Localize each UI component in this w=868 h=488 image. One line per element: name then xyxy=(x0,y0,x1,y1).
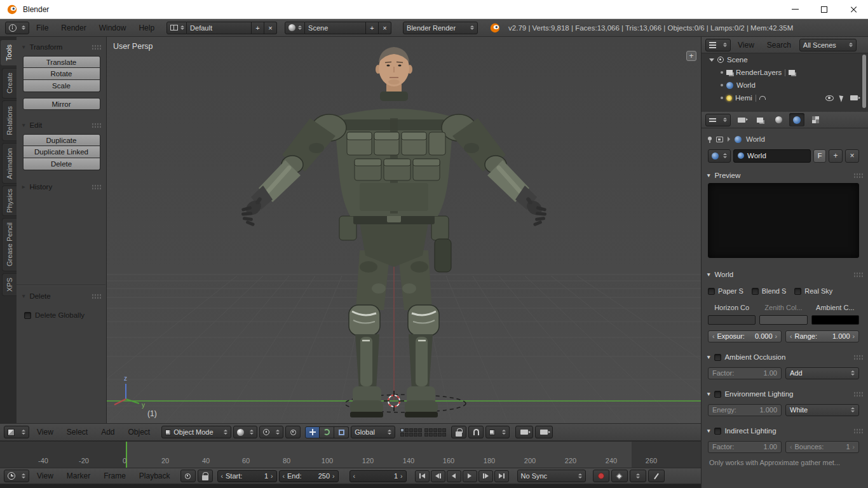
tab-relations[interactable]: Relations xyxy=(2,100,17,141)
tab-render[interactable] xyxy=(734,113,749,126)
current-frame-field[interactable]: ‹ 1 › xyxy=(349,470,407,482)
panel-drag-grip[interactable] xyxy=(853,428,864,434)
outliner-scope-dropdown[interactable]: All Scenes xyxy=(799,39,857,51)
viewport-3d-scene[interactable]: z y xyxy=(107,37,701,423)
menu-search[interactable]: Search xyxy=(761,41,797,50)
scene-name[interactable]: Scene xyxy=(305,22,366,34)
screen-layout-delete-button[interactable]: × xyxy=(264,22,277,34)
play-button[interactable] xyxy=(463,470,477,482)
tab-create[interactable]: Create xyxy=(2,68,17,98)
menu-render[interactable]: Render xyxy=(55,24,92,32)
ambient-color-swatch[interactable] xyxy=(811,315,859,325)
restrict-render-icon[interactable] xyxy=(850,95,858,100)
outliner-row-scene[interactable]: Scene xyxy=(702,53,868,66)
viewport-3d[interactable]: z y User Persp (1) + xyxy=(107,37,701,423)
pivot-point-dropdown[interactable] xyxy=(259,426,283,438)
restrict-select-icon[interactable] xyxy=(839,94,844,102)
panel-drag-grip[interactable] xyxy=(853,355,864,360)
panel-header-ambient-occlusion[interactable]: ▼ Ambient Occlusion xyxy=(702,351,868,363)
render-engine-dropdown[interactable]: Blender Render xyxy=(403,22,478,34)
tab-tools[interactable]: Tools xyxy=(0,39,17,66)
minimize-button[interactable] xyxy=(780,0,810,19)
panel-drag-grip[interactable] xyxy=(853,391,864,397)
unlink-datablock-button[interactable]: × xyxy=(845,149,859,163)
delete-globally-checkbox[interactable] xyxy=(24,312,31,319)
tab-render-layers[interactable] xyxy=(752,113,768,126)
insert-keyframe-button[interactable] xyxy=(648,470,665,482)
tab-physics[interactable]: Physics xyxy=(2,186,17,216)
duplicate-button[interactable]: Duplicate xyxy=(23,134,100,146)
editor-type-selector[interactable] xyxy=(705,39,731,51)
menu-view[interactable]: View xyxy=(732,41,760,50)
render-opengl-button[interactable] xyxy=(515,426,533,438)
world-name-field[interactable]: World xyxy=(733,149,811,163)
horizon-color-swatch[interactable] xyxy=(708,315,756,325)
end-frame-field[interactable]: ‹ End: 250 › xyxy=(279,470,339,482)
menu-playback[interactable]: Playback xyxy=(133,471,176,480)
mirror-button[interactable]: Mirror xyxy=(23,98,100,110)
step-left-icon[interactable]: ‹ xyxy=(353,472,356,480)
tab-world[interactable] xyxy=(789,113,804,126)
manipulator-scale-toggle[interactable] xyxy=(334,426,349,438)
tab-grease-pencil[interactable]: Grease Pencil xyxy=(2,218,17,271)
menu-view[interactable]: View xyxy=(31,428,59,437)
render-opengl-anim-button[interactable] xyxy=(535,426,553,438)
panel-header-world[interactable]: ▼ World xyxy=(702,268,868,281)
outliner-row-world[interactable]: World xyxy=(702,79,868,92)
panel-drag-grip[interactable] xyxy=(92,184,102,190)
editor-type-selector[interactable] xyxy=(5,22,29,34)
menu-object[interactable]: Object xyxy=(123,428,156,437)
editor-type-selector[interactable] xyxy=(4,470,29,482)
tab-texture[interactable] xyxy=(808,113,823,126)
menu-file[interactable]: File xyxy=(31,24,54,32)
zenith-color-swatch[interactable] xyxy=(759,315,807,325)
step-right-icon[interactable]: › xyxy=(271,472,273,480)
mode-dropdown[interactable]: Object Mode xyxy=(161,426,231,438)
panel-header-preview[interactable]: ▼ Preview xyxy=(702,169,868,182)
snap-element-dropdown[interactable] xyxy=(485,426,510,438)
expander-icon[interactable] xyxy=(709,58,714,62)
duplicate-linked-button[interactable]: Duplicate Linked xyxy=(23,146,100,158)
paper-sky-checkbox[interactable] xyxy=(708,288,715,295)
scale-button[interactable]: Scale xyxy=(23,80,100,92)
delete-button[interactable]: Delete xyxy=(23,158,100,170)
play-reverse-button[interactable] xyxy=(447,470,461,482)
jump-to-end-button[interactable] xyxy=(494,470,509,482)
step-right-icon[interactable]: › xyxy=(853,443,855,451)
panel-header-indirect-lighting[interactable]: ▼ Indirect Lighting xyxy=(702,424,868,437)
layers-widget[interactable] xyxy=(400,428,446,437)
env-energy-slider[interactable]: Energy: 1.000 xyxy=(708,404,782,416)
menu-select[interactable]: Select xyxy=(61,428,93,437)
menu-window[interactable]: Window xyxy=(93,24,132,32)
keying-set-dropdown[interactable] xyxy=(630,470,646,482)
ambient-occlusion-checkbox[interactable] xyxy=(714,354,721,361)
indirect-bounces-slider[interactable]: ‹ Bounces: 1 › xyxy=(785,441,859,453)
environment-lighting-checkbox[interactable] xyxy=(714,391,721,398)
lock-to-scene-toggle[interactable] xyxy=(451,426,466,438)
pin-icon[interactable] xyxy=(708,137,712,140)
screen-layout-name[interactable]: Default xyxy=(187,22,252,34)
rotate-button[interactable]: Rotate xyxy=(23,68,100,80)
indirect-lighting-checkbox[interactable] xyxy=(714,428,721,435)
step-right-icon[interactable]: › xyxy=(775,332,778,340)
transform-orientation-dropdown[interactable]: Global xyxy=(351,426,395,438)
panel-header-environment-lighting[interactable]: ▼ Environment Lighting xyxy=(702,388,868,400)
menu-help[interactable]: Help xyxy=(133,24,160,32)
scene-add-button[interactable]: + xyxy=(366,22,379,34)
jump-prev-keyframe-button[interactable] xyxy=(431,470,445,482)
node-tree-icon[interactable] xyxy=(716,137,723,142)
translate-button[interactable]: Translate xyxy=(23,56,100,68)
tab-xps[interactable]: XPS xyxy=(2,273,17,296)
step-left-icon[interactable]: ‹ xyxy=(283,472,285,480)
snap-toggle[interactable] xyxy=(468,426,484,438)
jump-to-start-button[interactable] xyxy=(415,470,430,482)
restrict-view-icon[interactable] xyxy=(825,95,834,101)
fake-user-button[interactable]: F xyxy=(813,149,826,163)
step-left-icon[interactable]: ‹ xyxy=(712,332,715,340)
manipulate-center-points-toggle[interactable] xyxy=(285,426,301,438)
keying-set-button[interactable] xyxy=(611,470,628,482)
editor-type-selector[interactable] xyxy=(4,426,29,438)
lock-frame-range-toggle[interactable] xyxy=(198,470,213,482)
close-button[interactable] xyxy=(839,0,868,19)
panel-drag-grip[interactable] xyxy=(92,123,102,128)
